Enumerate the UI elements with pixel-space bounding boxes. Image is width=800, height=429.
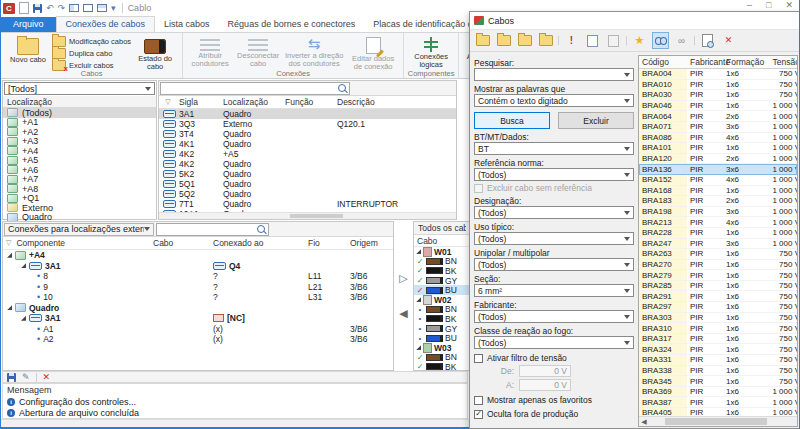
match-combo[interactable]: Contém o texto digitado [474,94,634,107]
exclude-button[interactable]: Excluir [558,112,634,129]
connection-row-9[interactable]: •9?L213/B63/A4 [3,282,393,293]
cable-row-5k2[interactable]: 5K2Quadro [159,169,456,179]
cable-group-w03[interactable]: W03 [414,343,470,353]
undo-icon[interactable]: ↶ [46,3,54,13]
connections-search-input[interactable] [156,223,269,236]
catalog-row-bra291[interactable]: BRA291PIR1x6750 V0 A [639,291,797,302]
cable-row-4k2[interactable]: 4K2+A5 [159,149,456,159]
logical-connections-button[interactable]: Conexões lógicas [407,34,455,70]
delete-log-icon[interactable]: ✕ [43,373,51,382]
wire-item-bn[interactable]: ✓BN [414,353,470,363]
duplicate-cable-button[interactable]: Duplica cabo [52,48,131,59]
connection-row-8[interactable]: •8?L113/B63/A4 [3,271,393,282]
cable-row-3q3[interactable]: 3Q3ExternoQ120.1 [159,119,456,129]
catalog-row-bra270[interactable]: BRA270PIR1x6750 V0 A [639,260,797,271]
tree-expander-icon[interactable] [21,263,26,268]
exclude-no-reference-checkbox-row[interactable]: Excluir cabo sem referência [474,183,634,193]
tab-r-guas-de-bornes-e-conectores[interactable]: Réguas de bornes e conectores [219,17,365,32]
invert-direction-button[interactable]: ⇆ Inverter a direção dos condutores [282,34,346,69]
split-view-icon[interactable] [69,4,79,12]
catalog-row-bra152[interactable]: BRA152PIR4x61 000 V0 A [639,175,797,186]
catalog-row-bra010[interactable]: BRA010PIR1x6750 V0 A [639,80,797,91]
catalog-row-bra046[interactable]: BRA046PIR1x61 000 V0 A [639,101,797,112]
filter-combo-refer-ncia-norma[interactable]: (Todos) [474,168,634,181]
catalog-row-bra387[interactable]: BRA387PIR1x61 000 V0 A [639,397,797,408]
filter-combo-bt-mt-dados[interactable]: BT [474,142,634,155]
move-right-button[interactable]: ▷ [399,272,407,285]
voltage-from-field[interactable]: 0 V [519,365,571,377]
cable-group-w02[interactable]: W02 [414,295,470,305]
cable-row-5q1[interactable]: 5Q1Quadro [159,179,456,189]
wire-item-gy[interactable]: ✓GY [414,276,470,286]
checkbox[interactable] [474,354,483,363]
catalog-row-bra168[interactable]: BRA168PIR1x61 000 V0 A [639,186,797,197]
edit-connection-data-button[interactable]: Editar dados de conexão [346,34,400,72]
catalog-row-bra071[interactable]: BRA071PIR3x61 000 V0 A [639,122,797,133]
export-catalog-button[interactable] [516,32,533,49]
filter-combo-uso-t-pico[interactable]: (Todos) [474,232,634,245]
filter-combo-designa-o[interactable]: (Todos) [474,206,634,219]
catalog-row-bra303[interactable]: BRA303PIR1x6750 V0 A [639,313,797,324]
search-combo[interactable] [474,68,634,81]
tab-conex-es-de-cabos[interactable]: Conexões de cabos [56,16,156,32]
voltage-filter-checkbox-row[interactable]: Ativar filtro de tensão [474,353,634,363]
catalog-row-bra198[interactable]: BRA198PIR3x61 000 V0 A [639,207,797,218]
location-item-externo[interactable]: Externo [3,203,156,213]
connection-row-3a1[interactable]: 3A1[NC] [3,313,393,324]
cable-row-3a1[interactable]: 3A1Quadro [159,109,456,119]
catalog-row-bra369[interactable]: BRA369PIR1x61 000 V0 A [639,387,797,398]
wire-item-bk[interactable]: ✓BK [414,266,470,276]
cables-table-header[interactable]: ▽ Sigla Localização Função Descrição [159,96,456,109]
checkbox[interactable] [474,396,483,405]
location-item-a5[interactable]: +A5 [3,156,156,166]
catalog-row-bra086[interactable]: BRA086PIR4x61 000 V0 A [639,133,797,144]
cables-search-input[interactable] [160,82,350,95]
catalog-row-bra247[interactable]: BRA247PIR3x61 000 V0 A [639,239,797,250]
cable-state-button[interactable]: Estado do cabo [131,34,179,72]
tree-expander-icon[interactable] [7,305,12,310]
catalog-row-bra297[interactable]: BRA297PIR1x6750 V0 A [639,302,797,313]
new-document-icon[interactable] [19,2,29,14]
catalog-row-bra228[interactable]: BRA228PIR1x61 000 V0 A [639,228,797,239]
voltage-to-field[interactable]: 0 V [519,379,571,391]
location-item-todos[interactable]: (Todos) [3,108,156,118]
filter-combo-fabricante[interactable]: (Todos) [474,310,634,323]
checkbox[interactable]: ✓ [474,410,483,419]
connection-row-10[interactable]: •10?L313/B63/A4 [3,292,393,303]
catalog-horizontal-scrollbar[interactable]: ◀ [639,416,797,426]
redo-icon[interactable]: ↷ [58,3,66,13]
tree-expander-icon[interactable] [21,316,26,321]
scroll-left-icon[interactable]: ◀ [639,417,649,426]
cable-row-4k2[interactable]: 4K2Quadro [159,159,456,169]
connections-view-combo[interactable]: Conexões para localizações externos [4,223,154,236]
catalog-row-bra338[interactable]: BRA338PIR1x6750 V0 A [639,366,797,377]
catalog-row-bra064[interactable]: BRA064PIR2x61 000 V0 A [639,111,797,122]
cable-row-11k1[interactable]: 11K1Quadro [159,219,456,220]
connection-row-a2[interactable]: •A2(x)3/B6 [3,334,393,345]
catalog-row-bra263[interactable]: BRA263PIR1x6750 V0 A [639,249,797,260]
connection-row-quadro[interactable]: Quadro [3,303,393,314]
tab-arquivo[interactable]: Arquivo [1,17,56,32]
cable-row-3t4[interactable]: 3T4Quadro [159,129,456,139]
wire-item-gy[interactable]: •GY [414,324,470,334]
save-icon[interactable] [33,4,42,13]
location-item-a3[interactable]: +A3 [3,137,156,147]
favorites-button[interactable]: ★ [631,32,648,49]
catalog-row-bra279[interactable]: BRA279PIR1x6750 V0 A [639,270,797,281]
location-item-a2[interactable]: +A2 [3,127,156,137]
validate-button[interactable]: ! [563,32,580,49]
save-log-icon[interactable] [7,373,16,382]
move-left-button[interactable]: ◀ [399,307,407,320]
modify-cables-button[interactable]: Modificação cabos [52,36,131,47]
cable-row-5q2[interactable]: 5Q2Quadro [159,189,456,199]
location-item-a8[interactable]: +A8 [3,184,156,194]
import-catalog-button[interactable] [495,32,512,49]
location-item-a1[interactable]: +A1 [3,118,156,128]
catalog-row-bra120[interactable]: BRA120PIR2x61 000 V0 A [639,154,797,165]
new-cable-button[interactable]: Novo cabo [4,34,52,65]
close-button[interactable]: ✕ [785,0,793,10]
window-view-icon[interactable] [97,4,107,12]
favorites-checkbox-row[interactable]: Mostrar apenas os favoritos [474,395,634,405]
tree-expander-icon[interactable] [7,253,12,258]
wire-item-bn[interactable]: ✓BN [414,257,470,267]
